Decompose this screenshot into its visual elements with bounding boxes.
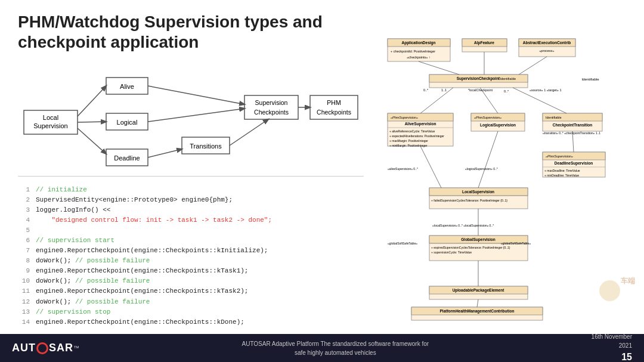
- svg-text:Local: Local: [43, 114, 58, 121]
- code-line-12: 12 doWork(); // possible failure: [18, 297, 370, 307]
- logo-o-circle: [36, 342, 48, 354]
- uml-svg: ApplicationDesign + checkpointId: Positi…: [382, 36, 638, 328]
- footer-page-number: 15: [592, 350, 632, 363]
- svg-text:PHM: PHM: [327, 99, 340, 106]
- svg-text:«source» 1 «target» 1: «source» 1 «target» 1: [530, 88, 562, 92]
- svg-text:GlobalSupervision: GlobalSupervision: [461, 237, 495, 242]
- slide: PHM/Watchdog Supervision types and check…: [0, 0, 644, 334]
- code-line-9: 9 engine0.ReportCheckpoint(engine::Check…: [18, 266, 370, 276]
- svg-text:Alive: Alive: [120, 83, 134, 90]
- svg-line-90: [478, 131, 498, 188]
- footer-center: AUTOSAR Adaptive Platform The standardiz…: [242, 339, 429, 357]
- svg-text:Identifiable: Identifiable: [500, 77, 516, 81]
- svg-text:+ failedSupervisionCyclesToler: + failedSupervisionCyclesTolerance: Posi…: [431, 199, 507, 202]
- svg-text:AbstractExecutionContrib: AbstractExecutionContrib: [523, 41, 571, 45]
- svg-text:ApplicationDesign: ApplicationDesign: [401, 41, 435, 45]
- svg-text:Identifiable: Identifiable: [546, 116, 562, 119]
- svg-text:«checkpoints» ↑: «checkpoints» ↑: [407, 55, 431, 59]
- svg-text:+ supervisionCycle: TimeValue: + supervisionCycle: TimeValue: [431, 250, 472, 254]
- title-line1: PHM/Watchdog Supervision types and: [18, 13, 323, 31]
- svg-text:LocalSupervision: LocalSupervision: [462, 190, 494, 194]
- code-line-5: 5: [18, 225, 370, 236]
- svg-line-83: [419, 61, 459, 75]
- svg-text:0..*: 0..*: [504, 89, 509, 93]
- svg-line-19: [78, 128, 106, 154]
- svg-text:Deadline: Deadline: [114, 154, 140, 162]
- svg-text:SupervisionCheckpoint: SupervisionCheckpoint: [457, 76, 500, 81]
- code-line-14: 14 engine0.ReportCheckpoint(engine::Chec…: [18, 317, 370, 327]
- code-line-7: 7 engine0.ReportCheckpoint(engine::Check…: [18, 246, 370, 256]
- svg-line-17: [78, 86, 106, 116]
- logo-tm: ™: [73, 345, 79, 351]
- svg-text:LogicalSupervision: LogicalSupervision: [480, 123, 516, 128]
- slide-title: PHM/Watchdog Supervision types and check…: [18, 12, 364, 52]
- svg-line-20: [148, 86, 244, 104]
- code-line-3: 3 logger.logInfo() <<: [18, 205, 370, 215]
- code-line-8: 8 doWork(); // possible failure: [18, 256, 370, 266]
- code-line-2: 2 SupervisedEntity<engine::Prototype0> e…: [18, 195, 370, 205]
- logo-text-sar: SAR: [49, 342, 73, 354]
- footer-date: 16th November: [592, 332, 632, 341]
- flow-diagram: Local Supervision Alive Logical Deadline…: [18, 60, 364, 176]
- svg-text:AlpFeature: AlpFeature: [474, 41, 494, 45]
- svg-text:+ minMargin: PositiveInteger: + minMargin: PositiveInteger: [389, 144, 428, 147]
- title-line2: checkpoint application: [18, 33, 199, 51]
- code-line-1: 1 // initialize: [18, 185, 370, 195]
- svg-text:CheckpointTransition: CheckpointTransition: [553, 123, 592, 128]
- svg-text:AliveSupervision: AliveSupervision: [405, 122, 436, 126]
- svg-text:+ expectedAliveIterations: Pos: + expectedAliveIterations: PositiveInteg…: [389, 134, 444, 138]
- svg-text:Checkpoints: Checkpoints: [254, 109, 289, 116]
- svg-text:«PhmSupervision»: «PhmSupervision»: [474, 116, 501, 119]
- svg-text:«PhmSupervision»: «PhmSupervision»: [391, 116, 418, 119]
- autosar-logo: AUT SAR ™: [12, 342, 79, 354]
- svg-text:Checkpoints: Checkpoints: [317, 109, 351, 116]
- svg-text:DeadlineSupervision: DeadlineSupervision: [555, 161, 593, 166]
- bottom-bar: AUT SAR ™ AUTOSAR Adaptive Platform The …: [0, 334, 644, 362]
- svg-text:+ checkpointId: PositiveIntege: + checkpointId: PositiveInteger: [391, 49, 435, 53]
- svg-text:+ expiredSupervisionCyclesTole: + expiredSupervisionCyclesTolerance: Pos…: [431, 246, 510, 249]
- svg-text:*localCheckpoint: *localCheckpoint: [468, 88, 493, 92]
- svg-text:«localSupervision» 0..* «local: «localSupervision» 0..* «localSupervisio…: [432, 224, 494, 227]
- svg-text:«PhmSupervision»: «PhmSupervision»: [546, 154, 573, 158]
- watermark-icon: [599, 280, 620, 301]
- svg-text:Identifiable: Identifiable: [581, 78, 599, 81]
- svg-text:1..1: 1..1: [441, 88, 447, 92]
- svg-line-18: [78, 122, 106, 122]
- watermark-text: 车端: [621, 276, 635, 286]
- code-line-11: 11 engine0.ReportCheckpoint(engine::Chec…: [18, 286, 370, 296]
- footer-year: 2021: [592, 341, 632, 350]
- svg-text:«globalSoftSafeTable»: «globalSoftSafeTable»: [501, 242, 531, 245]
- svg-text:+ minDeadline: TimeValue: + minDeadline: TimeValue: [544, 174, 579, 177]
- svg-text:Supervision: Supervision: [33, 122, 67, 129]
- diagram-area: Local Supervision Alive Logical Deadline…: [18, 60, 370, 178]
- svg-text:«globalSoftSafeTable»: «globalSoftSafeTable»: [388, 242, 417, 245]
- uml-diagram-area: ApplicationDesign + checkpointId: Positi…: [382, 36, 638, 322]
- divider: [18, 176, 364, 177]
- svg-line-89: [420, 146, 441, 188]
- code-line-13: 13 // supervision stop: [18, 307, 370, 317]
- svg-text:UploadablePackageElement: UploadablePackageElement: [453, 288, 505, 293]
- code-line-10: 10 doWork(); // possible failure: [18, 276, 370, 286]
- svg-text:«process»: «process»: [539, 49, 554, 52]
- svg-text:«aliveSupervision» 0..*: «aliveSupervision» 0..*: [388, 167, 418, 171]
- svg-text:«transition» 0..* «checkpointT: «transition» 0..* «checkpointTransition»…: [543, 131, 600, 135]
- code-line-4: 4 "designed control flow: init -> task1 …: [18, 215, 370, 225]
- svg-line-22: [148, 149, 182, 157]
- svg-text:Supervision: Supervision: [255, 99, 288, 106]
- svg-line-93: [477, 299, 478, 307]
- svg-text:Logical: Logical: [117, 119, 138, 126]
- svg-line-21: [148, 109, 244, 122]
- svg-text:+ maxDeadline: TimeValue: + maxDeadline: TimeValue: [544, 169, 580, 172]
- svg-text:PlatformHealthManagementContri: PlatformHealthManagementContribution: [440, 309, 515, 314]
- code-line-6: 6 // supervision start: [18, 236, 370, 246]
- svg-text:+ aliveReferenceCycle: TimeVal: + aliveReferenceCycle: TimeValue: [389, 129, 435, 133]
- svg-text:+ maxMargin: PositiveInteger: + maxMargin: PositiveInteger: [389, 139, 428, 143]
- logo-text-aut: AUT: [12, 342, 36, 354]
- svg-line-23: [230, 119, 268, 146]
- code-area: 1 // initialize 2 SupervisedEntity<engin…: [18, 185, 370, 327]
- svg-text:«logicalSupervision» 0..*: «logicalSupervision» 0..*: [465, 167, 498, 171]
- svg-text:0..*: 0..*: [423, 88, 429, 92]
- footer-right: 16th November 2021 15: [592, 332, 632, 363]
- svg-text:Transitions: Transitions: [190, 143, 222, 150]
- svg-line-85: [519, 57, 547, 75]
